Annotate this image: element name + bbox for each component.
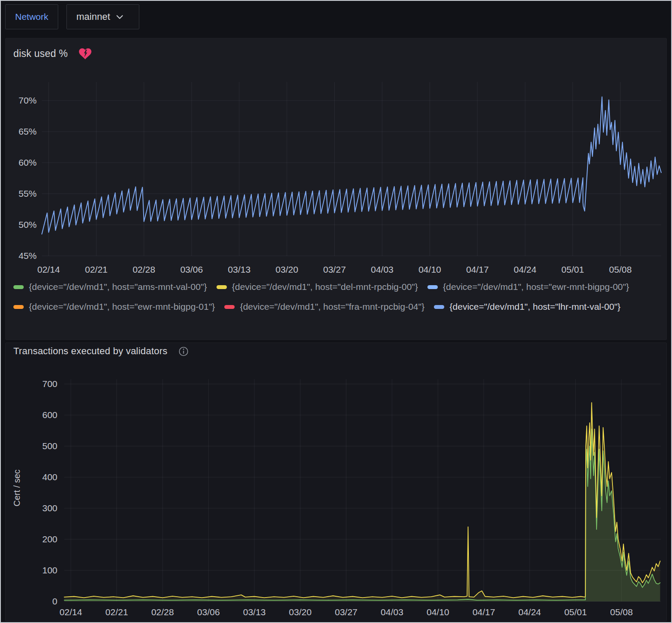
- x-tick-label: 05/01: [564, 607, 587, 617]
- legend-item[interactable]: {device="/dev/md1", host="lhr-mnt-val-00…: [434, 300, 620, 314]
- x-tick-label: 03/06: [180, 264, 203, 274]
- y-tick-label: 60%: [19, 157, 37, 167]
- panel-disk-used-title[interactable]: disk used %: [13, 48, 68, 60]
- x-tick-label: 05/08: [609, 264, 632, 274]
- legend-item[interactable]: {device="/dev/md1", host="ewr-mnt-bigpg-…: [427, 280, 629, 294]
- x-tick-label: 04/24: [514, 264, 537, 274]
- x-tick-label: 02/21: [85, 264, 108, 274]
- x-tick-label: 04/03: [381, 607, 404, 617]
- y-tick-label: 0: [52, 596, 57, 606]
- x-tick-label: 03/20: [276, 264, 298, 274]
- legend-series-label: {device="/dev/md1", host="ewr-mnt-bigpg-…: [29, 302, 215, 312]
- panel-transactions: Transactions executed by validators Cert…: [5, 343, 667, 621]
- legend-item[interactable]: {device="/dev/md1", host="fra-mnt-rpcbig…: [224, 300, 424, 314]
- dashboard-toolbar: Network mainnet: [1, 1, 671, 35]
- legend-item[interactable]: {device="/dev/md1", host="ewr-mnt-bigpg-…: [13, 300, 215, 314]
- y-tick-label: 300: [42, 503, 57, 513]
- info-icon[interactable]: [179, 346, 188, 356]
- x-tick-label: 02/28: [151, 607, 174, 617]
- legend-item[interactable]: {device="/dev/md1", host="del-mnt-rpcbig…: [217, 280, 418, 294]
- network-variable-value: mainnet: [76, 11, 110, 22]
- x-tick-label: 03/13: [228, 264, 251, 274]
- x-tick-label: 04/10: [418, 264, 441, 274]
- x-tick-label: 02/21: [105, 607, 128, 617]
- x-tick-label: 05/08: [610, 607, 633, 617]
- network-variable-dropdown[interactable]: mainnet: [66, 4, 139, 29]
- y-tick-label: 70%: [19, 95, 37, 105]
- disk-used-legend: {device="/dev/md1", host="ams-mnt-val-00…: [13, 280, 659, 320]
- x-tick-label: 03/06: [197, 607, 220, 617]
- legend-series-swatch: [217, 285, 227, 289]
- x-tick-label: 04/17: [472, 607, 495, 617]
- x-tick-label: 03/27: [335, 607, 358, 617]
- panel-disk-used: disk used % 45%50%55%60%65%70%02/1402/21…: [5, 38, 667, 340]
- y-tick-label: 700: [42, 379, 57, 389]
- x-tick-label: 04/17: [466, 264, 489, 274]
- legend-series-swatch: [427, 285, 438, 289]
- y-tick-label: 500: [42, 441, 57, 451]
- broken-heart-icon: [79, 48, 91, 60]
- x-tick-label: 03/20: [289, 607, 312, 617]
- legend-series-swatch: [224, 305, 235, 309]
- x-tick-label: 03/27: [323, 264, 346, 274]
- y-tick-label: 600: [42, 410, 57, 420]
- x-tick-label: 04/10: [427, 607, 449, 617]
- panel-disk-used-header: disk used %: [6, 38, 666, 60]
- y-tick-label: 400: [42, 472, 57, 482]
- x-tick-label: 03/13: [243, 607, 266, 617]
- chevron-down-icon: [116, 15, 123, 19]
- legend-series-swatch: [13, 285, 24, 289]
- legend-series-label: {device="/dev/md1", host="del-mnt-rpcbig…: [232, 282, 418, 292]
- legend-series-label: {device="/dev/md1", host="fra-mnt-rpcbig…: [240, 302, 424, 312]
- y-tick-label: 55%: [19, 189, 37, 198]
- y-tick-label: 45%: [19, 251, 37, 261]
- panel-transactions-title[interactable]: Transactions executed by validators: [13, 346, 167, 357]
- legend-series-label: {device="/dev/md1", host="ams-mnt-val-00…: [29, 282, 207, 292]
- x-tick-label: 05/01: [562, 264, 584, 274]
- legend-series-label: {device="/dev/md1", host="ewr-mnt-bigpg-…: [443, 282, 629, 292]
- series-area-green: [64, 429, 660, 601]
- x-tick-label: 04/24: [518, 607, 541, 617]
- x-tick-label: 04/03: [371, 264, 394, 274]
- disk-used-chart[interactable]: 45%50%55%60%65%70%02/1402/2102/2803/0603…: [6, 79, 667, 282]
- x-tick-label: 02/28: [132, 264, 155, 274]
- x-tick-label: 02/14: [37, 264, 60, 274]
- legend-series-swatch: [13, 305, 24, 309]
- network-variable-label: Network: [5, 4, 58, 29]
- legend-series-label: {device="/dev/md1", host="lhr-mnt-val-00…: [449, 302, 620, 312]
- transactions-chart[interactable]: 010020030040050060070002/1402/2102/2803/…: [6, 368, 667, 622]
- series-line: [64, 429, 660, 600]
- network-variable-label-text: Network: [15, 12, 48, 22]
- x-tick-label: 02/14: [60, 607, 82, 617]
- y-tick-label: 200: [42, 534, 57, 544]
- y-tick-label: 65%: [19, 126, 37, 136]
- y-tick-label: 50%: [19, 220, 37, 230]
- panel-transactions-header: Transactions executed by validators: [6, 343, 666, 357]
- series-line: [64, 403, 660, 598]
- legend-series-swatch: [434, 305, 444, 309]
- y-tick-label: 100: [42, 565, 57, 575]
- legend-item[interactable]: {device="/dev/md1", host="ams-mnt-val-00…: [13, 280, 207, 294]
- series-line: [42, 97, 661, 234]
- grafana-dashboard: Network mainnet disk used % 45%50%55%60%…: [0, 0, 672, 623]
- series-area-yellow: [64, 403, 660, 601]
